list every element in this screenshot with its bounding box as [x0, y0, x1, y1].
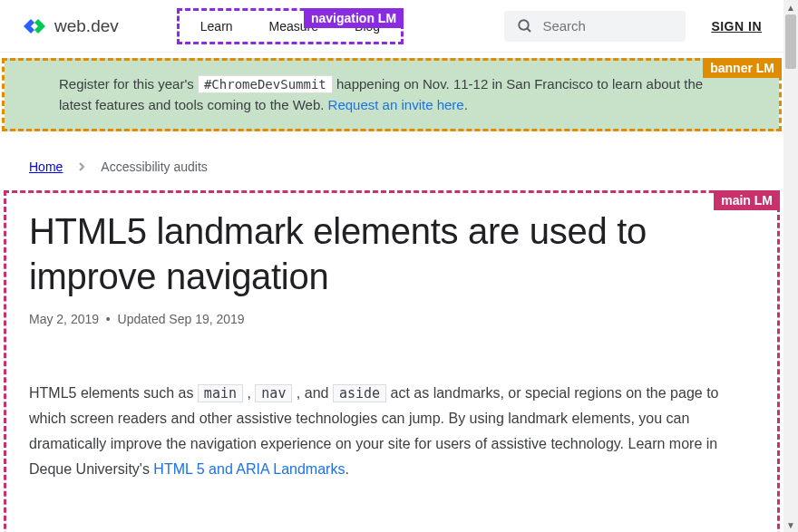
breadcrumb-section: Accessibility audits: [101, 160, 208, 174]
nav-learn[interactable]: Learn: [200, 19, 233, 34]
search-box[interactable]: [504, 11, 686, 42]
code-main: main: [198, 384, 243, 402]
scroll-down-icon[interactable]: ▼: [783, 517, 798, 532]
deque-link[interactable]: HTML 5 and ARIA Landmarks: [153, 461, 345, 477]
code-aside: aside: [333, 384, 386, 402]
search-input[interactable]: [542, 18, 673, 34]
logo[interactable]: web.dev: [22, 16, 119, 36]
banner-landmark: banner LM Register for this year's #Chro…: [0, 58, 783, 131]
article-text: .: [345, 461, 348, 477]
site-name: web.dev: [54, 16, 119, 36]
publish-date: May 2, 2019: [29, 312, 99, 326]
updated-date: Updated Sep 19, 2019: [118, 312, 245, 326]
banner-text-end: .: [464, 97, 468, 112]
code-nav: nav: [255, 384, 292, 402]
logo-icon: [22, 17, 47, 35]
breadcrumb-home[interactable]: Home: [29, 160, 63, 174]
main-landmark-badge: main LM: [714, 190, 780, 210]
article-body: HTML5 elements such as main , nav , and …: [29, 381, 754, 482]
chevron-right-icon: [77, 160, 86, 174]
banner-hashtag: #ChromeDevSummit: [198, 75, 333, 93]
banner-invite-link[interactable]: Request an invite here: [328, 97, 464, 112]
search-icon: [517, 18, 533, 34]
banner-landmark-badge: banner LM: [703, 58, 782, 78]
breadcrumb: Home Accessibility audits: [0, 134, 783, 183]
article-text: , and: [292, 385, 332, 401]
banner: Register for this year's #ChromeDevSummi…: [5, 58, 779, 131]
signin-link[interactable]: SIGN IN: [711, 19, 762, 34]
svg-line-1: [528, 28, 531, 32]
svg-point-0: [520, 20, 530, 30]
article-text: HTML5 elements such as: [29, 385, 198, 401]
header: web.dev Learn Measure Blog navigation LM…: [0, 0, 783, 53]
nav-landmark-badge: navigation LM: [304, 8, 404, 28]
scrollbar-thumb[interactable]: [785, 15, 796, 69]
scroll-up-icon[interactable]: ▲: [783, 0, 798, 15]
main-landmark: main LM HTML5 landmark elements are used…: [4, 190, 780, 518]
page-title: HTML5 landmark elements are used to impr…: [29, 208, 754, 299]
banner-text-pre: Register for this year's: [59, 76, 198, 92]
scrollbar[interactable]: ▲ ▼: [783, 0, 798, 532]
article-text: ,: [243, 385, 255, 401]
top-nav: Learn Measure Blog navigation LM: [182, 14, 398, 39]
page-meta: May 2, 2019 • Updated Sep 19, 2019: [29, 312, 754, 326]
